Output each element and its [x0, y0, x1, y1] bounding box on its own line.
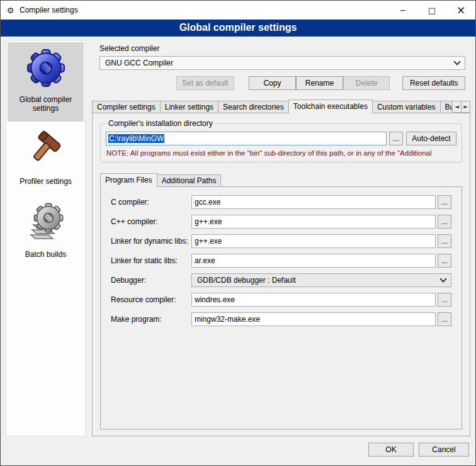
reset-defaults-button[interactable]: Reset defaults — [402, 76, 465, 90]
tab-custom-variables[interactable]: Custom variables — [372, 101, 441, 113]
tab-program-files[interactable]: Program Files — [100, 173, 157, 187]
installation-directory-input[interactable]: C:\raylib\MinGW — [106, 132, 387, 145]
settings-tabstrip: Compiler settings Linker settings Search… — [92, 99, 470, 113]
auto-detect-button[interactable]: Auto-detect — [406, 132, 456, 145]
cancel-button[interactable]: Cancel — [419, 443, 469, 457]
installation-directory-title: Compiler's installation directory — [106, 119, 215, 128]
program-files-panel: C compiler: ... C++ compiler: ... Linker… — [100, 186, 462, 429]
tab-additional-paths[interactable]: Additional Paths — [157, 174, 222, 186]
field-row-debugger: Debugger: GDB/CDB debugger : Default — [111, 273, 451, 287]
tab-toolchain-executables[interactable]: Toolchain executables — [288, 99, 373, 113]
compiler-settings-window: ⚙ Compiler settings − □ × Global compile… — [0, 0, 476, 466]
window-controls: − □ × — [388, 1, 475, 20]
linker-dynamic-browse-button[interactable]: ... — [438, 234, 451, 248]
titlebar: ⚙ Compiler settings − □ × — [1, 1, 475, 20]
cpp-compiler-input[interactable] — [191, 215, 436, 229]
cpp-compiler-browse-button[interactable]: ... — [438, 215, 451, 229]
chevron-down-icon — [439, 275, 446, 282]
resource-compiler-label: Resource compiler: — [111, 295, 191, 304]
maximize-button[interactable]: □ — [417, 1, 446, 20]
tab-compiler-settings[interactable]: Compiler settings — [92, 101, 161, 113]
resource-compiler-browse-button[interactable]: ... — [438, 293, 451, 307]
delete-button[interactable]: Delete — [343, 76, 390, 90]
field-row-cpp-compiler: C++ compiler: ... — [111, 215, 451, 229]
tab-search-directories[interactable]: Search directories — [218, 101, 289, 113]
resource-compiler-input[interactable] — [191, 293, 436, 307]
app-icon: ⚙ — [6, 6, 15, 15]
field-row-c-compiler: C compiler: ... — [111, 195, 451, 209]
installation-directory-browse-button[interactable]: ... — [389, 132, 403, 145]
program-files-tabstrip: Program Files Additional Paths — [100, 173, 462, 186]
make-program-browse-button[interactable]: ... — [438, 312, 451, 326]
c-compiler-browse-button[interactable]: ... — [438, 195, 451, 209]
bin-subdirectory-note: NOTE: All programs must exist either in … — [106, 149, 456, 157]
compiler-buttons-row: Set as default Copy Rename Delete Reset … — [99, 76, 465, 90]
sidebar-item-global-compiler-settings[interactable]: Global compiler settings — [8, 42, 84, 122]
sidebar-item-batch-builds[interactable]: Batch builds — [8, 197, 84, 268]
tab-linker-settings[interactable]: Linker settings — [160, 101, 218, 113]
installation-directory-groupbox: Compiler's installation directory C:\ray… — [100, 123, 462, 162]
make-program-input[interactable] — [191, 312, 436, 326]
set-as-default-button[interactable]: Set as default — [176, 76, 234, 90]
close-button[interactable]: × — [446, 1, 475, 20]
c-compiler-input[interactable] — [191, 195, 436, 209]
tab-scroll-buttons: ◄ ► — [453, 101, 470, 113]
linker-static-label: Linker for static libs: — [111, 256, 191, 265]
sidebar-item-label: Profiler settings — [20, 177, 72, 186]
toolchain-executables-panel: Compiler's installation directory C:\ray… — [92, 113, 470, 436]
dialog-footer: OK Cancel — [1, 439, 475, 465]
tab-scroll-left-icon[interactable]: ◄ — [452, 101, 462, 113]
linker-static-browse-button[interactable]: ... — [438, 254, 451, 268]
selected-compiler-value: GNU GCC Compiler — [105, 59, 451, 67]
sidebar-item-label: Batch builds — [25, 250, 66, 259]
dialog-body: Global compiler settings Profiler settin… — [1, 37, 475, 439]
linker-static-input[interactable] — [191, 254, 436, 268]
installation-directory-value: C:\raylib\MinGW — [108, 134, 164, 143]
cpp-compiler-label: C++ compiler: — [111, 217, 191, 226]
c-compiler-label: C compiler: — [111, 198, 191, 207]
field-row-linker-static: Linker for static libs: ... — [111, 254, 451, 268]
main-panel: Selected compiler GNU GCC Compiler Set a… — [92, 40, 470, 436]
field-row-linker-dynamic: Linker for dynamic libs: ... — [111, 234, 451, 248]
debugger-label: Debugger: — [111, 276, 191, 285]
window-title: Compiler settings — [20, 6, 78, 14]
gear-gray-icon — [26, 202, 66, 242]
tab-build-options-truncated[interactable]: Buil — [440, 101, 453, 113]
sidebar-item-label: Global compiler settings — [9, 95, 82, 113]
field-row-resource-compiler: Resource compiler: ... — [111, 293, 451, 307]
field-row-make-program: Make program: ... — [111, 312, 451, 326]
linker-dynamic-label: Linker for dynamic libs: — [111, 237, 191, 246]
gear-blue-icon — [26, 47, 66, 88]
chevron-down-icon — [453, 58, 460, 65]
linker-dynamic-input[interactable] — [191, 234, 436, 248]
minimize-button[interactable]: − — [388, 1, 417, 20]
page-title: Global compiler settings — [1, 20, 475, 37]
tab-scroll-right-icon[interactable]: ► — [461, 101, 470, 113]
selected-compiler-label: Selected compiler — [99, 44, 470, 53]
selected-compiler-dropdown[interactable]: GNU GCC Compiler — [99, 56, 465, 70]
make-program-label: Make program: — [111, 315, 191, 324]
rename-button[interactable]: Rename — [296, 76, 343, 90]
debugger-value: GDB/CDB debugger : Default — [197, 276, 437, 285]
copy-button[interactable]: Copy — [249, 76, 297, 90]
debugger-dropdown[interactable]: GDB/CDB debugger : Default — [191, 273, 451, 287]
settings-sidebar: Global compiler settings Profiler settin… — [6, 40, 86, 436]
ok-button[interactable]: OK — [368, 443, 414, 457]
sidebar-item-profiler-settings[interactable]: Profiler settings — [8, 124, 84, 195]
hammer-icon — [26, 129, 66, 169]
